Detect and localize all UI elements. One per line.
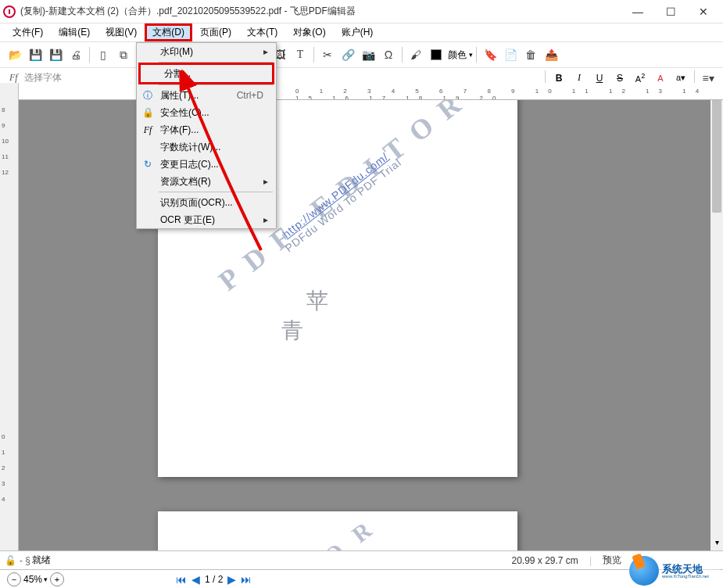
crop-icon[interactable]: ✂ [318, 45, 337, 64]
open-icon[interactable]: 📂 [5, 45, 24, 64]
menu-edit[interactable]: 编辑(E) [51, 23, 98, 41]
title-bar: (复制)-新建文本文档 (2)（合并）.pdf_2021020509553952… [0, 0, 723, 23]
menu-object[interactable]: 对象(O) [285, 23, 333, 41]
dd-ocr-page[interactable]: 识别页面(OCR)... [137, 194, 276, 211]
prev-page-button[interactable]: ◀ [191, 573, 200, 586]
cn-char-1: 苹 [306, 286, 328, 316]
snapshot-icon[interactable]: 📷 [359, 45, 378, 64]
zoom-percent[interactable]: 45% [23, 574, 42, 585]
menu-text[interactable]: 文本(T) [239, 23, 285, 41]
page-single-icon[interactable]: ▯ [94, 45, 113, 64]
dd-security[interactable]: 🔒 安全性(C)... [137, 104, 276, 121]
add-page-icon[interactable]: 📄 [501, 45, 520, 64]
font-icon: Ff [137, 124, 159, 136]
dd-fonts[interactable]: Ff 字体(F)... [137, 121, 276, 138]
next-page-button[interactable]: ▶ [227, 573, 236, 586]
export-icon[interactable]: 📤 [542, 45, 560, 64]
zoom-out-button[interactable]: − [7, 572, 21, 586]
dd-wordcount[interactable]: 字数统计(W)... [137, 138, 276, 156]
print-icon[interactable]: 🖨 [66, 45, 85, 64]
status-ready: 就绪 [32, 554, 51, 567]
globe-icon [629, 556, 659, 586]
save-as-icon[interactable]: 💾 [46, 45, 65, 64]
main-toolbar: 📂 💾 💾 🖨 ▯ ⧉ 🖼 T ✂ 🔗 📷 Ω 🖌 颜色 ▾ 🔖 📄 🗑 📤 [0, 42, 723, 68]
brush-icon[interactable]: 🖌 [406, 45, 425, 64]
delete-page-icon[interactable]: 🗑 [521, 45, 540, 64]
dd-properties[interactable]: ⓘ 属性(T)... Ctrl+D [137, 87, 276, 104]
color-swatch[interactable] [427, 45, 446, 64]
dd-split[interactable]: 分割... [141, 65, 272, 82]
color-label: 颜色 [448, 48, 467, 62]
dd-ocr-correct[interactable]: OCR 更正(E)▸ [137, 211, 276, 228]
maximize-button[interactable]: ☐ [654, 0, 687, 23]
canvas[interactable]: 0 1 2 3 4 5 6 7 8 9 10 11 12 13 14 15 16… [19, 83, 723, 550]
lock-icon: 🔒 [137, 107, 159, 118]
pdf-page-2[interactable]: TOR PDFdu.com/ PDF Trial 㩺 [158, 511, 517, 550]
menu-document[interactable]: 文档(D) [145, 23, 192, 41]
page-fit-icon[interactable]: ⧉ [114, 45, 133, 64]
font-format-icon: Ff [9, 72, 18, 84]
close-button[interactable]: ✕ [687, 0, 720, 23]
first-page-button[interactable]: ⏮ [176, 573, 187, 586]
preview-label[interactable]: 预览 [603, 554, 621, 567]
cn-char-2: 青 [281, 316, 303, 346]
page-dimensions: 20.99 x 29.7 cm [511, 555, 578, 566]
zoom-in-button[interactable]: + [50, 572, 64, 586]
history-icon: ↻ [137, 159, 159, 170]
status-bar: 🔓 - § 就绪 20.99 x 29.7 cm | 预览 [0, 550, 723, 569]
brand-url: www.XiTongTianDi.net [662, 574, 709, 579]
workspace: 8 9 10 11 12 0 1 2 3 4 0 1 2 3 4 5 6 7 8… [0, 83, 723, 550]
dd-resources[interactable]: 资源文档(R)▸ [137, 173, 276, 190]
stamp-icon[interactable]: 🔖 [481, 45, 499, 64]
measure-icon[interactable]: Ω [379, 45, 398, 64]
dd-changelog[interactable]: ↻ 变更日志(C)... [137, 156, 276, 173]
info-icon: ⓘ [137, 89, 159, 102]
link-icon[interactable]: 🔗 [338, 45, 357, 64]
menu-view[interactable]: 视图(V) [98, 23, 145, 41]
window-title: (复制)-新建文本文档 (2)（合并）.pdf_2021020509553952… [20, 5, 621, 18]
page-indicator[interactable]: 1 / 2 [205, 574, 223, 585]
save-icon[interactable]: 💾 [26, 45, 45, 64]
lock-status-icon: 🔓 [5, 555, 16, 566]
vertical-scrollbar[interactable]: ▴ ▾ [710, 83, 723, 550]
menu-file[interactable]: 文件(F) [5, 23, 51, 41]
scroll-thumb[interactable] [712, 88, 721, 213]
horizontal-ruler: 0 1 2 3 4 5 6 7 8 9 10 11 12 13 14 15 16… [19, 83, 723, 100]
page-navigator: ⏮ ◀ 1 / 2 ▶ ⏭ [176, 573, 252, 586]
watermark-url: http://www.PDFdu.com/ [275, 146, 396, 245]
window-controls: — ☐ ✕ [621, 0, 720, 23]
brand-watermark: 系统天地 www.XiTongTianDi.net [629, 555, 720, 586]
app-icon [3, 5, 16, 18]
menu-account[interactable]: 账户(H) [334, 23, 381, 41]
text-tool-icon[interactable]: T [291, 45, 310, 64]
menu-page[interactable]: 页面(P) [192, 23, 239, 41]
brand-name: 系统天地 [662, 564, 709, 574]
last-page-button[interactable]: ⏭ [241, 573, 252, 586]
zoom-bar: − 45% ▾ + ⏮ ◀ 1 / 2 ▶ ⏭ [0, 569, 723, 588]
document-dropdown: 水印(M)▸ 分割... ⓘ 属性(T)... Ctrl+D 🔒 安全性(C).… [136, 42, 277, 229]
dd-watermark[interactable]: 水印(M)▸ [137, 43, 276, 60]
vertical-ruler: 8 9 10 11 12 0 1 2 3 4 [0, 83, 19, 550]
minimize-button[interactable]: — [621, 0, 654, 23]
menu-bar: 文件(F) 编辑(E) 视图(V) 文档(D) 页面(P) 文本(T) 对象(O… [0, 23, 723, 42]
scroll-down-icon[interactable]: ▾ [710, 538, 723, 550]
